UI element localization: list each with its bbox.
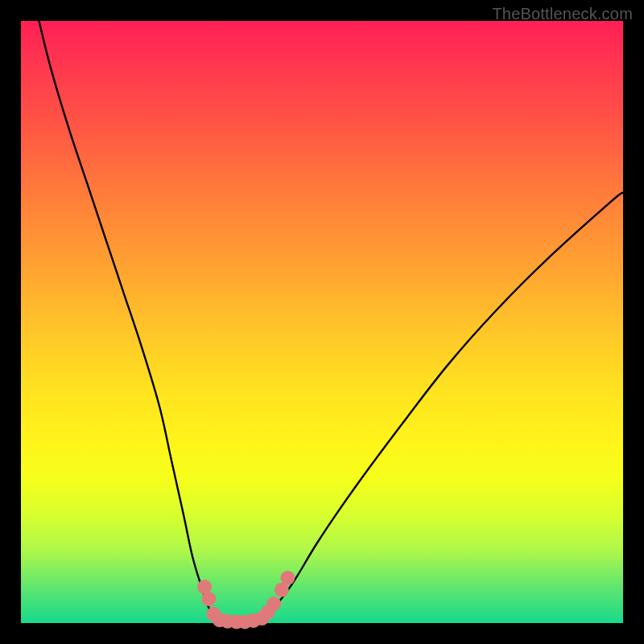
series-right-branch	[262, 192, 623, 623]
curve-group	[39, 21, 623, 623]
chart-stage: TheBottleneck.com	[0, 0, 644, 644]
series-left-branch	[39, 21, 219, 623]
marker-point	[280, 571, 295, 585]
marker-point	[266, 597, 281, 611]
curve-overlay	[21, 21, 623, 623]
marker-point	[201, 592, 216, 606]
plot-area	[21, 21, 623, 623]
